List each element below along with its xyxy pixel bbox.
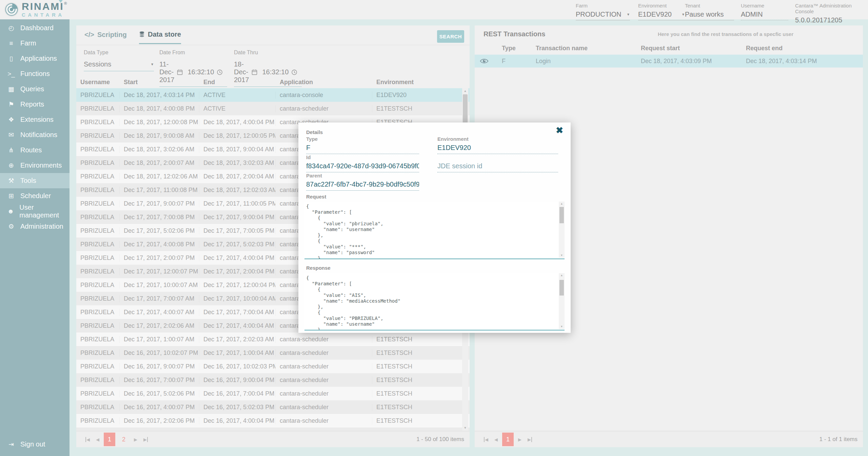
request-json-box[interactable]: { "Parameter": [ { "value": "pbrizuela",… xyxy=(304,202,565,259)
sidebar-item-tools[interactable]: ⚒Tools xyxy=(0,173,70,188)
items-summary: 1 - 1 of 1 items xyxy=(820,431,857,448)
page-button-2[interactable]: 2 xyxy=(118,433,130,446)
sidebar-item-farm[interactable]: ≡Farm xyxy=(0,36,70,51)
code-icon: </> xyxy=(84,31,94,39)
scroll-up-icon[interactable]: ▲ xyxy=(559,273,565,278)
rest-table-header: Type Transaction name Request start Requ… xyxy=(475,42,863,55)
previous-page-button[interactable]: ◀ xyxy=(96,437,99,442)
scroll-up-icon[interactable]: ▲ xyxy=(559,202,565,206)
last-page-button[interactable]: ▶ xyxy=(143,437,148,442)
tab-data-store[interactable]: Data store xyxy=(139,25,181,44)
farm-select[interactable]: Farm PRODUCTION▼ xyxy=(576,3,630,20)
column-header-end[interactable]: End xyxy=(199,79,276,86)
rest-transaction-row[interactable]: F Login Dec 18, 2017, 4:03:09 PM Dec 18,… xyxy=(475,55,863,68)
dashboard-icon: ◴ xyxy=(7,24,16,32)
scroll-up-icon[interactable]: ▲ xyxy=(462,88,468,94)
details-section-label: Details xyxy=(306,129,323,135)
sidebar-item-label: Reports xyxy=(20,100,44,108)
table-row[interactable]: PBRIZUELADec 16, 2017, 1:00:07 PMDec 16,… xyxy=(76,428,470,431)
sidebar-item-queries[interactable]: ▦Queries xyxy=(0,81,70,97)
table-row[interactable]: PBRIZUELADec 16, 2017, 7:00:07 PMDec 16,… xyxy=(76,373,470,387)
table-row[interactable]: PBRIZUELADec 16, 2017, 10:02:07 PMDec 17… xyxy=(76,346,470,360)
table-row[interactable]: PBRIZUELADec 18, 2017, 4:00:08 PMACTIVEc… xyxy=(76,102,470,115)
type-field[interactable]: Type F xyxy=(306,136,419,154)
chevron-down-icon[interactable]: ▼ xyxy=(682,13,685,16)
column-header-application[interactable]: Application xyxy=(276,79,372,86)
table-row[interactable]: PBRIZUELADec 16, 2017, 2:02:06 PMDec 16,… xyxy=(76,414,470,428)
previous-page-button[interactable]: ◀ xyxy=(494,437,498,442)
scroll-down-icon[interactable]: ▼ xyxy=(559,324,565,329)
column-header-start[interactable]: Start xyxy=(120,79,199,86)
next-page-button[interactable]: ▶ xyxy=(518,437,521,442)
table-row[interactable]: PBRIZUELADec 16, 2017, 5:02:06 PMDec 16,… xyxy=(76,387,470,400)
response-json-box[interactable]: { "Parameter": [ { "value": "AIS", "name… xyxy=(304,273,565,330)
scrollbar-thumb[interactable] xyxy=(559,280,564,296)
request-json: { "Parameter": [ { "value": "pbrizuela",… xyxy=(304,202,565,259)
first-page-button[interactable]: ◀ xyxy=(484,437,488,442)
reports-icon: ⚑ xyxy=(7,100,16,108)
calendar-icon[interactable] xyxy=(252,69,257,75)
next-page-button[interactable]: ▶ xyxy=(134,437,137,442)
users-icon: ☻ xyxy=(7,208,15,215)
sidebar-item-functions[interactable]: >_Functions xyxy=(0,66,70,81)
sidebar-item-routes[interactable]: ⋔Routes xyxy=(0,142,70,158)
search-button[interactable]: SEARCH xyxy=(437,30,464,43)
notifications-icon: ✉ xyxy=(7,131,16,139)
response-scrollbar[interactable]: ▲ ▼ xyxy=(559,273,565,329)
jde-session-id-field[interactable]: JDE session id xyxy=(437,154,558,172)
last-page-button[interactable]: ▶ xyxy=(528,437,532,442)
sessions-table-header: UsernameStartEndApplicationEnvironment xyxy=(76,76,470,88)
sign-out-button[interactable]: ⇥ Sign out xyxy=(0,437,70,452)
tab-scripting[interactable]: </> Scripting xyxy=(84,25,127,44)
parent-field[interactable]: Parent 87ac22f7-6fb7-4bc7-9b29-b0df9c50f… xyxy=(306,173,419,191)
applications-icon: ▯ xyxy=(7,55,16,62)
sidebar-item-reports[interactable]: ⚑Reports xyxy=(0,97,70,112)
sidebar-item-dashboard[interactable]: ◴Dashboard xyxy=(0,20,70,36)
sidebar-item-applications[interactable]: ▯Applications xyxy=(0,51,70,66)
clock-icon[interactable] xyxy=(291,69,297,75)
logo-text-cantara: CANTARA xyxy=(22,12,68,17)
table-row[interactable]: PBRIZUELADec 18, 2017, 4:03:14 PMACTIVEc… xyxy=(76,88,470,102)
tools-icon: ⚒ xyxy=(7,177,16,185)
close-icon[interactable]: ✖ xyxy=(556,125,563,136)
tenant-input[interactable]: Tenant Pause works xyxy=(685,3,734,20)
first-page-button[interactable]: ◀ xyxy=(85,437,90,442)
routes-icon: ⋔ xyxy=(7,146,16,154)
view-details-eye-icon[interactable] xyxy=(480,58,502,64)
calendar-icon[interactable] xyxy=(177,69,183,75)
table-row[interactable]: PBRIZUELADec 16, 2017, 4:00:07 PMDec 16,… xyxy=(76,400,470,414)
chevron-down-icon[interactable]: ▼ xyxy=(151,62,154,66)
environment-field[interactable]: Environment E1DEV920 xyxy=(437,136,558,154)
username-field: Username ADMIN xyxy=(741,3,788,20)
sidebar-item-extensions[interactable]: ❖Extensions xyxy=(0,112,70,127)
logo-text-rinami: RINAMI® xyxy=(22,1,68,12)
page-button-1[interactable]: 1 xyxy=(104,433,115,446)
environment-select[interactable]: Environment E1DEV920▼ xyxy=(638,3,685,20)
sidebar-item-notifications[interactable]: ✉Notifications xyxy=(0,127,70,142)
functions-icon: >_ xyxy=(7,70,16,78)
sidebar-item-user-management[interactable]: ☻User management xyxy=(0,204,70,219)
column-header-username[interactable]: Username xyxy=(76,79,120,86)
rest-pagination: ◀◀1▶▶ 1 - 1 of 1 items xyxy=(475,431,863,447)
clock-icon[interactable] xyxy=(217,69,223,75)
scrollbar-thumb[interactable] xyxy=(559,207,564,223)
app-logo: RINAMI® CANTARA xyxy=(4,1,68,17)
chevron-down-icon[interactable]: ▼ xyxy=(627,13,630,16)
items-summary: 1 - 50 of 100 items xyxy=(416,431,464,448)
request-scrollbar[interactable]: ▲ ▼ xyxy=(559,202,565,258)
page-button-1[interactable]: 1 xyxy=(502,433,514,446)
table-row[interactable]: PBRIZUELADec 17, 2017, 1:00:07 AMDec 17,… xyxy=(76,332,470,346)
id-field[interactable]: Id f834ca47-920e-487d-93d9-06745b9f0d83 xyxy=(306,154,419,172)
column-header-environment[interactable]: Environment xyxy=(372,79,470,86)
sidebar-item-scheduler[interactable]: ⊞Scheduler xyxy=(0,188,70,204)
sessions-pagination: ◀◀12▶▶ 1 - 50 of 100 items xyxy=(76,431,470,447)
sidebar-item-label: Administration xyxy=(20,223,63,230)
sidebar-item-administration[interactable]: ⚙Administration xyxy=(0,219,70,234)
data-type-select[interactable]: Data Type Sessions▼ xyxy=(84,50,154,71)
table-row[interactable]: PBRIZUELADec 16, 2017, 9:00:07 PMDec 16,… xyxy=(76,360,470,373)
sidebar-item-label: Farm xyxy=(20,39,36,47)
scroll-down-icon[interactable]: ▼ xyxy=(559,253,565,258)
sidebar-item-environments[interactable]: ⊕Environments xyxy=(0,158,70,173)
scroll-down-icon[interactable]: ▼ xyxy=(462,425,468,431)
logo-caret-icon xyxy=(59,0,63,3)
